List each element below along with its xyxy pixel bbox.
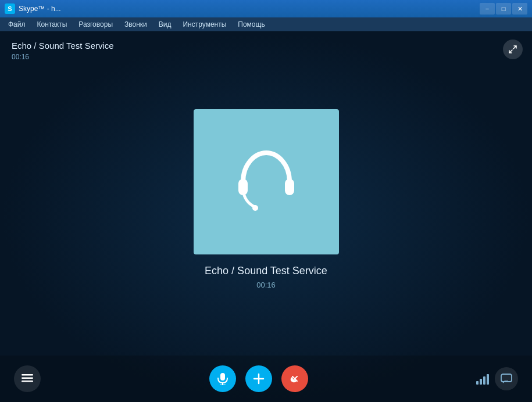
menu-contacts[interactable]: Контакты (31, 19, 73, 30)
participants-list-button[interactable] (14, 365, 41, 392)
call-timer-top: 00:16 (12, 53, 114, 61)
call-timer: 00:16 (256, 281, 276, 289)
window-title: Skype™ - h... (19, 5, 61, 13)
expand-icon (508, 45, 517, 54)
microphone-icon (217, 372, 228, 385)
end-call-icon (288, 372, 301, 385)
avatar-container: Echo / Sound Test Service 00:16 (0, 43, 532, 356)
skype-icon: S (5, 3, 15, 14)
controls-left (14, 365, 41, 392)
controls-right (476, 367, 518, 390)
call-name-top: Echo / Sound Test Service (12, 41, 114, 51)
svg-rect-5 (22, 381, 33, 382)
svg-rect-1 (285, 179, 294, 195)
call-controls (0, 356, 532, 402)
call-info-top: Echo / Sound Test Service 00:16 (12, 41, 114, 61)
chat-button[interactable] (495, 367, 518, 390)
title-bar: S Skype™ - h... − □ ✕ (0, 0, 532, 17)
menu-tools[interactable]: Инструменты (177, 19, 232, 30)
chat-icon (501, 374, 512, 384)
controls-center (209, 365, 308, 392)
add-icon (253, 373, 265, 385)
svg-rect-4 (22, 378, 33, 379)
close-button[interactable]: ✕ (512, 3, 527, 15)
add-participant-button[interactable] (245, 365, 272, 392)
menu-view[interactable]: Вид (153, 19, 177, 30)
title-bar-controls: − □ ✕ (480, 3, 527, 15)
mute-button[interactable] (209, 365, 236, 392)
headset-icon (228, 144, 304, 220)
expand-button[interactable] (503, 40, 523, 59)
contact-name: Echo / Sound Test Service (205, 265, 327, 277)
avatar-box (194, 109, 339, 254)
list-icon (22, 374, 33, 383)
call-area: Echo / Sound Test Service 00:16 Ec (0, 31, 532, 402)
svg-rect-13 (501, 374, 512, 382)
title-bar-left: S Skype™ - h... (5, 3, 61, 14)
minimize-button[interactable]: − (480, 3, 495, 15)
svg-rect-6 (220, 373, 225, 381)
menu-file[interactable]: Файл (2, 19, 31, 30)
svg-point-2 (252, 205, 258, 211)
menu-help[interactable]: Помощь (232, 19, 270, 30)
maximize-button[interactable]: □ (496, 3, 511, 15)
menu-bar: Файл Контакты Разговоры Звонки Вид Инстр… (0, 17, 532, 31)
signal-strength-icon (476, 373, 489, 385)
svg-rect-3 (22, 374, 33, 376)
menu-conversations[interactable]: Разговоры (73, 19, 119, 30)
menu-calls[interactable]: Звонки (119, 19, 153, 30)
end-call-button[interactable] (281, 365, 308, 392)
